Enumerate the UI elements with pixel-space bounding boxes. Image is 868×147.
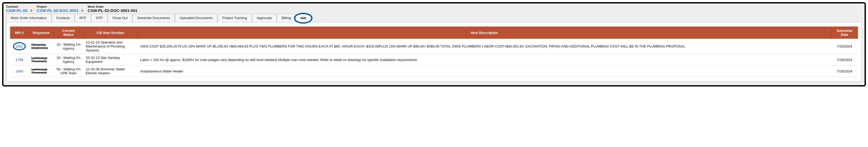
date-cell: 7/28/2024 bbox=[831, 54, 858, 66]
requestor-line: Trevorxxxx bbox=[31, 71, 51, 74]
table-row: 1799LachinskypTrevorxxxx10 - Waiting On … bbox=[10, 54, 858, 66]
status-cell: 50 - Waiting On UPB Team bbox=[54, 66, 83, 77]
breadcrumb-project-link[interactable]: CSW-PL-02-DOC-3001 bbox=[37, 8, 78, 13]
date-cell: 7/28/2024 bbox=[831, 66, 858, 77]
breadcrumb-contract-link[interactable]: CSW-PL-02 bbox=[6, 8, 28, 13]
breadcrumb-wo-label: Work Order bbox=[88, 5, 137, 8]
tab-approvals[interactable]: Approvals bbox=[252, 14, 277, 22]
tab-contacts[interactable]: Contacts bbox=[52, 14, 74, 22]
date-cell: 7/30/2024 bbox=[831, 39, 858, 54]
app-frame: Contract CSW-PL-02 > Project CSW-PL-02-D… bbox=[2, 2, 866, 86]
tab-ntp[interactable]: NTP bbox=[91, 14, 107, 22]
tab-generate-documents[interactable]: Generate Documents bbox=[133, 14, 175, 22]
highlight-circle-icon bbox=[13, 42, 26, 50]
th-status[interactable]: Current Status bbox=[54, 27, 83, 39]
th-csi[interactable]: CSI Item Number bbox=[83, 27, 137, 39]
requestor-line: Richardsy, bbox=[31, 43, 51, 46]
th-nir[interactable]: NIR # bbox=[10, 27, 29, 39]
th-requestor[interactable]: Requestor bbox=[29, 27, 54, 39]
description-cell: Labor = 150 hrs @ approx. $100/hr for cr… bbox=[137, 54, 831, 66]
breadcrumb-wo-value: CSW-PL-02-DOC-3001-001 bbox=[88, 8, 137, 13]
nir-table: NIR # Requestor Current Status CSI Item … bbox=[10, 27, 858, 77]
tab-rfp[interactable]: RFP bbox=[75, 14, 91, 22]
tab-uploaded-documents[interactable]: Uploaded Documents bbox=[175, 14, 217, 22]
tab-work-order-information[interactable]: Work Order Information bbox=[6, 14, 51, 22]
table-row: 1802Richardsy,Stephenxxx10 - Waiting On … bbox=[10, 39, 858, 54]
tab-close-out[interactable]: Close Out bbox=[108, 14, 132, 22]
breadcrumb-sep: > bbox=[81, 8, 84, 13]
status-cell: 10 - Waiting On Agency bbox=[54, 39, 83, 54]
csi-cell: 33-32-13 Site Sanitary Equipment bbox=[83, 54, 137, 66]
csi-cell: 22-33-36 Domestic Water Electric Heaters bbox=[83, 66, 137, 77]
status-cell: 10 - Waiting On Agency bbox=[54, 54, 83, 66]
csi-cell: 22-01-10 Operation and Maintenance of Pl… bbox=[83, 39, 137, 54]
description-cell: OWS COST $35,204.20 PLUS 15% MARK UP $5,… bbox=[137, 39, 831, 54]
tab-nir-label: NIR bbox=[300, 16, 306, 20]
description-cell: Instantaneous Water Heater bbox=[137, 66, 831, 77]
breadcrumb-project-label: Project bbox=[37, 5, 83, 8]
requestor-line: Trevorxxxx bbox=[31, 60, 51, 63]
tab-billing[interactable]: Billing bbox=[277, 14, 295, 22]
requestor-line: Stephenxxx bbox=[31, 46, 51, 50]
th-date[interactable]: Submittal Date bbox=[831, 27, 858, 39]
breadcrumb: Contract CSW-PL-02 > Project CSW-PL-02-D… bbox=[6, 5, 862, 13]
requestor-cell: LachinskypTrevorxxxx bbox=[29, 66, 54, 77]
nir-link[interactable]: 1800 bbox=[16, 69, 23, 73]
breadcrumb-sep: > bbox=[30, 8, 33, 13]
breadcrumb-contract-label: Contract bbox=[6, 5, 32, 8]
nir-link[interactable]: 1799 bbox=[16, 58, 23, 62]
tabs: Work Order Information Contacts RFP NTP … bbox=[6, 14, 862, 22]
table-row: 1800LachinskypTrevorxxxx50 - Waiting On … bbox=[10, 66, 858, 77]
nir-link[interactable]: 1802 bbox=[16, 44, 23, 48]
requestor-cell: LachinskypTrevorxxxx bbox=[29, 54, 54, 66]
requestor-cell: Richardsy,Stephenxxx bbox=[29, 39, 54, 54]
tab-nir[interactable]: NIR bbox=[296, 14, 311, 22]
tab-project-tracking[interactable]: Project Tracking bbox=[218, 14, 251, 22]
nir-panel: NIR # Requestor Current Status CSI Item … bbox=[6, 22, 862, 81]
th-desc[interactable]: Item Description bbox=[137, 27, 831, 39]
